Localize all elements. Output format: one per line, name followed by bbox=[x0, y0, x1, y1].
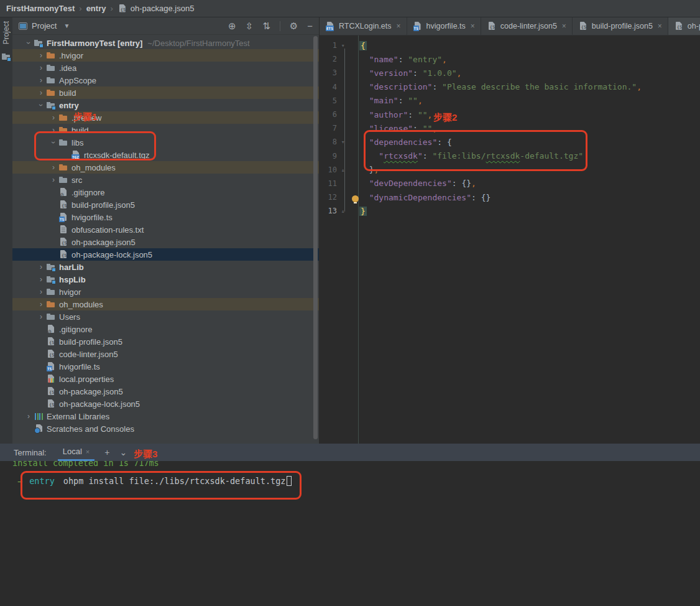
breadcrumb-item[interactable]: FirstHarmonyTest bbox=[6, 4, 75, 13]
editor-tab[interactable]: TShvigorfile.ts× bbox=[407, 17, 481, 35]
chevron-collapsed-icon[interactable]: › bbox=[36, 76, 46, 85]
tree-row[interactable]: ›oh_modules bbox=[12, 161, 319, 174]
tree-row[interactable]: ›build bbox=[12, 86, 319, 99]
chevron-down-icon[interactable]: ⌄ bbox=[119, 447, 127, 457]
project-stripe-label[interactable]: Project bbox=[2, 21, 11, 44]
collapse-all-icon[interactable]: ⇅ bbox=[262, 21, 270, 30]
tree-item-label: oh-package.json5 bbox=[59, 387, 123, 396]
tree-row[interactable]: Scratches and Consoles bbox=[12, 422, 319, 435]
tree-row[interactable]: {5oh-package-lock.json5 bbox=[12, 398, 319, 410]
chevron-expanded-icon[interactable]: › bbox=[37, 100, 45, 110]
tree-row[interactable]: ›entry bbox=[12, 99, 319, 111]
tree-row[interactable]: ›AppScope bbox=[12, 74, 319, 86]
code-line: 6 "author": "", bbox=[320, 108, 700, 121]
close-icon[interactable]: × bbox=[658, 22, 662, 30]
chevron-collapsed-icon[interactable]: › bbox=[36, 287, 46, 296]
expand-all-icon[interactable]: ⇳ bbox=[246, 21, 254, 30]
chevron-collapsed-icon[interactable]: › bbox=[36, 275, 46, 284]
tree-row[interactable]: ›External Libraries bbox=[12, 410, 319, 422]
tree-row[interactable]: TGZrtcxsdk-default.tgz bbox=[12, 149, 319, 161]
fold-marker-icon[interactable]: ▵ bbox=[337, 167, 349, 173]
breadcrumb-item[interactable]: {5oh-package.json5 bbox=[117, 4, 195, 14]
chevron-collapsed-icon[interactable]: › bbox=[36, 300, 46, 309]
code-line: 7 "license": "", bbox=[320, 121, 700, 135]
terminal-output[interactable]: install completed in 1s 717ms → entry oh… bbox=[0, 461, 700, 486]
tree-row[interactable]: ›harLib bbox=[12, 261, 319, 273]
breadcrumb-item-label: entry bbox=[86, 4, 106, 13]
tree-row[interactable]: {5build-profile.json5 bbox=[12, 335, 319, 348]
tree-item-label: oh_modules bbox=[59, 300, 103, 309]
chevron-collapsed-icon[interactable]: › bbox=[48, 113, 58, 122]
chevron-collapsed-icon[interactable]: › bbox=[36, 88, 46, 97]
chevron-collapsed-icon[interactable]: › bbox=[48, 126, 58, 134]
editor-tab[interactable]: {5build-profile.json5× bbox=[573, 17, 668, 35]
module-folder-icon bbox=[46, 100, 56, 110]
tree-row[interactable]: {5build-profile.json5 bbox=[12, 198, 319, 211]
locate-icon[interactable]: ⊕ bbox=[228, 21, 236, 30]
tree-row[interactable]: TShvigorfile.ts bbox=[12, 211, 319, 223]
fold-marker-icon[interactable]: ▿ bbox=[337, 139, 349, 145]
code-text: "main": "", bbox=[349, 96, 423, 105]
chevron-expanded-icon[interactable]: › bbox=[49, 138, 58, 147]
tree-row[interactable]: {5oh-package-lock.json5 bbox=[12, 248, 319, 261]
chevron-collapsed-icon[interactable]: › bbox=[36, 63, 46, 72]
intention-bulb-icon[interactable] bbox=[352, 195, 359, 202]
tree-row[interactable]: ›.preview bbox=[12, 111, 319, 124]
tool-window-stripe[interactable]: Project bbox=[0, 17, 12, 444]
tree-row[interactable]: ›hvigor bbox=[12, 286, 319, 298]
folder-icon bbox=[46, 287, 56, 297]
tree-row[interactable]: ⊘.gitignore bbox=[12, 186, 319, 198]
tree-row[interactable]: obfuscation-rules.txt bbox=[12, 223, 319, 236]
code-line: 4 "description": "Please describe the ba… bbox=[320, 80, 700, 94]
close-icon[interactable]: × bbox=[397, 22, 401, 30]
tree-row[interactable]: ›oh_modules bbox=[12, 298, 319, 310]
editor-tab[interactable]: {5code-linter.json5× bbox=[481, 17, 573, 35]
fold-marker-icon[interactable]: ▿ bbox=[337, 42, 349, 49]
tree-row[interactable]: {5oh-package.json5 bbox=[12, 236, 319, 248]
chevron-collapsed-icon[interactable]: › bbox=[48, 163, 58, 172]
tree-item-label: obfuscation-rules.txt bbox=[71, 225, 144, 235]
tree-row[interactable]: ›build bbox=[12, 124, 319, 136]
line-number: 11 bbox=[320, 179, 337, 188]
terminal-tab-local[interactable]: Local × bbox=[58, 444, 95, 461]
chevron-down-icon: ▼ bbox=[63, 22, 70, 29]
terminal-label: Terminal: bbox=[14, 448, 47, 457]
json5-file-icon: {5 bbox=[674, 21, 684, 31]
chevron-collapsed-icon[interactable]: › bbox=[24, 412, 34, 421]
chevron-collapsed-icon[interactable]: › bbox=[36, 51, 46, 60]
close-icon[interactable]: × bbox=[86, 448, 90, 455]
chevron-collapsed-icon[interactable]: › bbox=[36, 263, 46, 271]
tree-row[interactable]: ›Users bbox=[12, 310, 319, 323]
chevron-expanded-icon[interactable]: › bbox=[24, 38, 33, 48]
tree-row[interactable]: {5oh-package.json5 bbox=[12, 385, 319, 398]
tree-row[interactable]: TShvigorfile.ts bbox=[12, 360, 319, 373]
tree-item-label: AppScope bbox=[59, 76, 96, 85]
project-view-selector[interactable]: Project ▼ bbox=[19, 21, 70, 30]
tree-row[interactable]: ›.hvigor bbox=[12, 49, 319, 62]
new-terminal-button[interactable]: + bbox=[104, 447, 109, 457]
close-icon[interactable]: × bbox=[562, 22, 566, 30]
tree-row[interactable]: local.properties bbox=[12, 373, 319, 385]
tree-row[interactable]: ›.idea bbox=[12, 62, 319, 74]
code-editor[interactable]: 1▿{2 "name": "entry",3 "version": "1.0.0… bbox=[320, 35, 700, 444]
fold-marker-icon[interactable]: ▵ bbox=[337, 208, 349, 214]
tree-row[interactable]: ⊘.gitignore bbox=[12, 323, 319, 335]
code-text: "description": "Please describe the basi… bbox=[349, 82, 642, 91]
tree-row[interactable]: ›FirstHarmonyTest [entry]~/Desktop/First… bbox=[12, 37, 319, 49]
breadcrumb-item[interactable]: entry bbox=[86, 4, 106, 13]
tree-row[interactable]: ›hspLib bbox=[12, 273, 319, 286]
chevron-collapsed-icon[interactable]: › bbox=[48, 175, 58, 184]
editor-tab[interactable]: {5oh-package.json5 bbox=[668, 17, 700, 35]
tree-item-label: local.properties bbox=[59, 375, 114, 384]
editor-tab[interactable]: ETSRTCXLogin.ets× bbox=[320, 17, 407, 35]
tree-row[interactable]: ›src bbox=[12, 174, 319, 186]
tree-row[interactable]: ›libs bbox=[12, 136, 319, 149]
tree-row[interactable]: {5code-linter.json5 bbox=[12, 348, 319, 360]
project-tree-scrollbar[interactable] bbox=[313, 36, 318, 439]
ide-window: FirstHarmonyTest›entry›{5oh-package.json… bbox=[0, 0, 700, 606]
hide-icon[interactable]: − bbox=[307, 21, 313, 30]
settings-icon[interactable]: ⚙ bbox=[290, 21, 298, 30]
close-icon[interactable]: × bbox=[471, 22, 475, 30]
tree-item-label: build-profile.json5 bbox=[59, 337, 122, 347]
chevron-collapsed-icon[interactable]: › bbox=[36, 312, 46, 321]
